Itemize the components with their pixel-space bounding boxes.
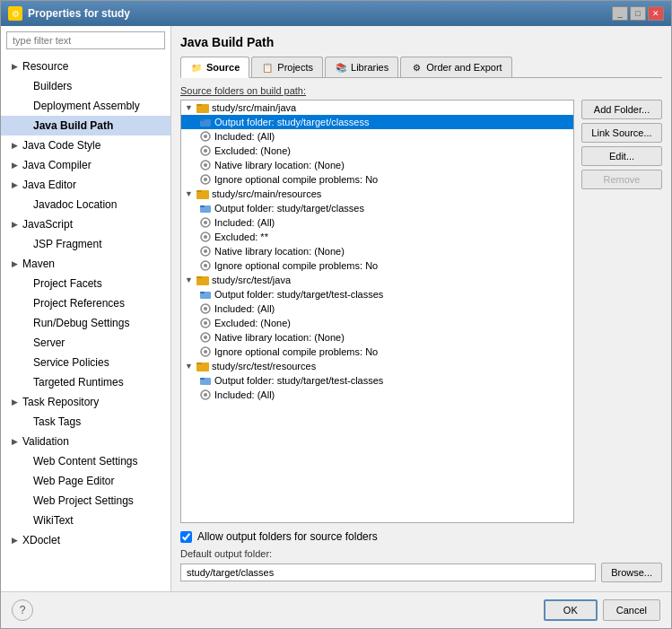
tree-item-18[interactable]: ▼study/src/test/resources: [181, 359, 573, 373]
sidebar-item-18[interactable]: Task Tags: [1, 412, 170, 432]
tree-item-2[interactable]: Included: (All): [181, 129, 573, 144]
gear-icon: [199, 216, 212, 229]
tree-item-11[interactable]: Ignore optional compile problems: No: [181, 258, 573, 273]
tree-item-7[interactable]: Output folder: study/target/classes: [181, 201, 573, 215]
sidebar-item-0[interactable]: ▶Resource: [1, 57, 170, 76]
gear-icon: [199, 302, 212, 315]
sidebar-item-1[interactable]: Builders: [1, 76, 170, 96]
tab-projects-label: Projects: [277, 62, 313, 73]
tree-item-10[interactable]: Native library location: (None): [181, 244, 573, 258]
sidebar-item-7[interactable]: Javadoc Location: [1, 195, 170, 214]
sidebar-item-11[interactable]: Project Facets: [1, 274, 170, 293]
sidebar-item-6[interactable]: ▶Java Editor: [1, 175, 170, 195]
tree-item-14[interactable]: Included: (All): [181, 301, 573, 316]
tree-item-20[interactable]: Included: (All): [181, 388, 573, 402]
svg-point-35: [204, 350, 207, 354]
default-output-label: Default output folder:: [180, 548, 662, 559]
gear-icon: [199, 259, 212, 272]
sidebar-item-label: Project Facets: [33, 275, 102, 292]
sidebar-item-12[interactable]: Project References: [1, 293, 170, 313]
cancel-button[interactable]: Cancel: [603, 599, 660, 621]
tree-item-label: Excluded: (None): [214, 145, 291, 156]
sidebar-item-label: Maven: [22, 256, 55, 272]
sidebar-item-22[interactable]: Web Project Settings: [1, 491, 170, 511]
sidebar-item-4[interactable]: ▶Java Code Style: [1, 135, 170, 155]
tree-item-13[interactable]: Output folder: study/target/test-classes: [181, 287, 573, 301]
default-output-input[interactable]: [180, 563, 596, 581]
browse-button[interactable]: Browse...: [601, 563, 662, 582]
allow-output-checkbox[interactable]: [180, 531, 192, 543]
source-tab-icon: 📁: [190, 61, 203, 74]
tab-projects[interactable]: 📋 Projects: [251, 57, 323, 77]
tree-item-label: Native library location: (None): [214, 246, 345, 257]
tree-item-9[interactable]: Excluded: **: [181, 230, 573, 244]
svg-rect-27: [200, 292, 205, 293]
sidebar-item-17[interactable]: ▶Task Repository: [1, 392, 170, 412]
gear-icon: [199, 130, 212, 143]
filter-input[interactable]: [6, 31, 165, 49]
sidebar-item-20[interactable]: Web Content Settings: [1, 451, 170, 471]
svg-rect-25: [196, 276, 202, 278]
expand-arrow-icon: ▶: [12, 157, 19, 173]
dialog-icon: ⚙: [8, 6, 22, 21]
sidebar-item-8[interactable]: ▶JavaScript: [1, 214, 170, 234]
sidebar-item-13[interactable]: Run/Debug Settings: [1, 313, 170, 333]
tree-item-1[interactable]: Output folder: study/target/classess: [181, 115, 573, 129]
sidebar-item-19[interactable]: ▶Validation: [1, 432, 170, 451]
bottom-section: Allow output folders for source folders …: [180, 530, 662, 582]
sidebar-item-10[interactable]: ▶Maven: [1, 254, 170, 274]
expand-arrow-icon: ▶: [12, 256, 19, 272]
sidebar-item-14[interactable]: Server: [1, 333, 170, 353]
tree-item-17[interactable]: Ignore optional compile problems: No: [181, 345, 573, 359]
gear-icon: [199, 231, 212, 243]
tree-item-label: Ignore optional compile problems: No: [214, 260, 378, 271]
title-bar: ⚙ Properties for study _ □ ✕: [1, 1, 671, 26]
tab-libraries[interactable]: 📚 Libraries: [325, 57, 398, 77]
svg-rect-1: [196, 104, 202, 106]
svg-rect-3: [200, 119, 205, 121]
source-tree[interactable]: ▼study/src/main/javaOutput folder: study…: [180, 100, 574, 523]
order-export-tab-icon: ⚙: [410, 61, 423, 74]
ok-button[interactable]: OK: [544, 599, 598, 621]
subfolder-icon: [199, 116, 212, 128]
sidebar-item-9[interactable]: JSP Fragment: [1, 234, 170, 254]
edit-button[interactable]: Edit...: [581, 146, 662, 166]
sidebar-item-15[interactable]: Service Policies: [1, 353, 170, 372]
sidebar-item-24[interactable]: ▶XDoclet: [1, 530, 170, 550]
sidebar-item-3[interactable]: Java Build Path: [1, 116, 170, 135]
tree-item-6[interactable]: ▼study/src/main/resources: [181, 187, 573, 201]
sidebar-item-5[interactable]: ▶Java Compiler: [1, 155, 170, 175]
sidebar-item-label: XDoclet: [22, 532, 60, 548]
close-button[interactable]: ✕: [648, 6, 664, 21]
tree-item-label: study/src/main/java: [212, 102, 296, 113]
sidebar-item-2[interactable]: Deployment Assembly: [1, 96, 170, 116]
tree-item-16[interactable]: Native library location: (None): [181, 330, 573, 345]
tree-item-label: Ignore optional compile problems: No: [214, 346, 378, 357]
tree-item-label: Native library location: (None): [214, 160, 345, 170]
tree-item-19[interactable]: Output folder: study/target/test-classes: [181, 373, 573, 388]
minimize-button[interactable]: _: [612, 6, 628, 21]
add-folder-button[interactable]: Add Folder...: [581, 100, 662, 119]
sidebar-item-label: Run/Debug Settings: [33, 315, 129, 331]
allow-output-row: Allow output folders for source folders: [180, 530, 662, 543]
panel-title: Java Build Path: [180, 35, 662, 49]
remove-button[interactable]: Remove: [581, 170, 662, 189]
tree-item-4[interactable]: Native library location: (None): [181, 158, 573, 172]
tab-order-export[interactable]: ⚙ Order and Export: [400, 57, 511, 77]
tree-item-12[interactable]: ▼study/src/test/java: [181, 273, 573, 287]
tree-item-15[interactable]: Excluded: (None): [181, 316, 573, 330]
tree-item-0[interactable]: ▼study/src/main/java: [181, 100, 573, 115]
sidebar-item-label: JSP Fragment: [33, 236, 101, 252]
tree-item-3[interactable]: Excluded: (None): [181, 144, 573, 158]
sidebar-item-23[interactable]: WikiText: [1, 511, 170, 530]
tree-item-8[interactable]: Included: (All): [181, 215, 573, 230]
sidebar-item-16[interactable]: Targeted Runtimes: [1, 372, 170, 392]
subfolder-icon: [199, 288, 212, 301]
gear-icon: [199, 389, 212, 401]
tab-source[interactable]: 📁 Source: [180, 57, 249, 78]
sidebar-item-21[interactable]: Web Page Editor: [1, 471, 170, 491]
tree-item-5[interactable]: Ignore optional compile problems: No: [181, 172, 573, 187]
link-source-button[interactable]: Link Source...: [581, 123, 662, 143]
maximize-button[interactable]: □: [630, 6, 646, 21]
help-button[interactable]: ?: [12, 599, 33, 621]
